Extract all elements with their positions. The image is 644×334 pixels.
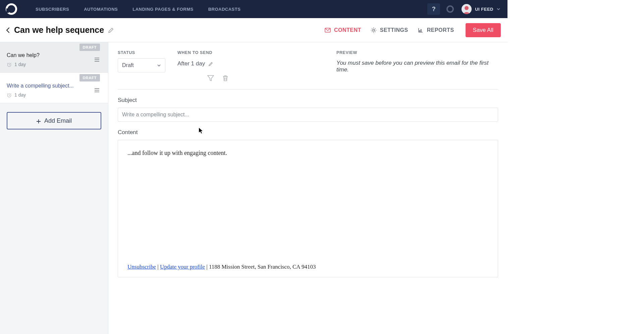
svg-rect-8 <box>421 29 422 32</box>
alarm-icon <box>7 93 12 98</box>
add-email-button[interactable]: Add Email <box>7 112 101 129</box>
status-value: Draft <box>122 62 134 68</box>
email-title: Can we help? <box>7 52 101 58</box>
svg-point-2 <box>447 6 453 12</box>
gear-icon <box>371 27 377 33</box>
avatar <box>462 4 472 14</box>
footer-address: 1188 Mission Street, San Francisco, CA 9… <box>209 264 316 270</box>
tab-settings-label: SETTINGS <box>380 27 408 33</box>
subject-input[interactable] <box>118 108 498 122</box>
when-label: WHEN TO SEND <box>177 50 336 55</box>
tab-content-label: CONTENT <box>334 27 361 33</box>
subject-label: Subject <box>118 97 498 104</box>
svg-point-4 <box>465 6 469 10</box>
user-label: UI FEED <box>475 7 493 12</box>
tab-reports-label: REPORTS <box>427 27 454 33</box>
plus-icon <box>36 118 41 123</box>
tab-settings[interactable]: SETTINGS <box>371 27 408 33</box>
alarm-icon <box>7 62 12 67</box>
tab-content[interactable]: CONTENT <box>325 27 361 33</box>
preview-label: PREVIEW <box>336 50 498 55</box>
email-meta: 1 day <box>7 92 101 98</box>
nav-links: SUBSCRIBERS AUTOMATIONS LANDING PAGES & … <box>28 7 248 12</box>
subject-block: Subject <box>118 97 498 122</box>
topbar: SUBSCRIBERS AUTOMATIONS LANDING PAGES & … <box>0 0 507 18</box>
nav-subscribers[interactable]: SUBSCRIBERS <box>28 7 76 12</box>
envelope-icon <box>325 27 331 33</box>
content-editor[interactable]: ...and follow it up with engaging conten… <box>118 140 498 277</box>
chevron-down-icon <box>157 63 161 67</box>
user-menu[interactable]: UI FEED <box>462 4 503 14</box>
content-block: Content ...and follow it up with engagin… <box>118 129 498 277</box>
status-col: STATUS Draft <box>118 50 177 72</box>
content-label: Content <box>118 129 498 136</box>
chart-icon <box>418 27 424 33</box>
unsubscribe-link[interactable]: Unsubscribe <box>127 264 156 270</box>
main: DRAFT Can we help? 1 day DRAFT Write a c… <box>0 42 507 334</box>
filter-icon[interactable] <box>207 74 214 82</box>
svg-rect-7 <box>419 30 420 32</box>
logo[interactable] <box>5 2 18 16</box>
nav-broadcasts[interactable]: BROADCASTS <box>201 7 248 12</box>
when-col: WHEN TO SEND After 1 day <box>177 50 336 82</box>
email-card-1[interactable]: DRAFT Write a compelling subject... 1 da… <box>0 73 108 103</box>
preview-text: You must save before you can preview thi… <box>336 60 498 73</box>
save-all-button[interactable]: Save All <box>466 23 501 37</box>
email-delay: 1 day <box>14 92 26 98</box>
status-label: STATUS <box>118 50 177 55</box>
nav-landing-forms[interactable]: LANDING PAGES & FORMS <box>125 7 201 12</box>
email-menu-button[interactable] <box>94 87 100 95</box>
trash-icon[interactable] <box>222 74 229 82</box>
svg-point-6 <box>373 29 375 31</box>
tab-reports[interactable]: REPORTS <box>418 27 454 33</box>
when-value: After 1 day <box>177 60 205 67</box>
email-delay: 1 day <box>14 62 26 67</box>
status-badge: DRAFT <box>79 74 100 81</box>
edit-when-button[interactable] <box>208 61 213 66</box>
add-email-label: Add Email <box>44 117 72 124</box>
caret-down-icon <box>497 7 500 11</box>
email-list: DRAFT Can we help? 1 day DRAFT Write a c… <box>0 42 108 334</box>
when-value-row: After 1 day <box>177 60 336 67</box>
email-meta: 1 day <box>7 62 101 67</box>
subheader: Can we help sequence CONTENT SETTINGS <box>0 18 507 42</box>
content-footer: Unsubscribe | Update your profile | 1188… <box>127 264 488 270</box>
update-profile-link[interactable]: Update your profile <box>160 264 205 270</box>
svg-rect-1 <box>6 8 9 13</box>
nav-automations[interactable]: AUTOMATIONS <box>76 7 125 12</box>
editor: STATUS Draft WHEN TO SEND After 1 day <box>108 42 507 334</box>
rename-button[interactable] <box>108 27 114 33</box>
subtabs: CONTENT SETTINGS REPORTS <box>325 27 454 33</box>
email-card-0[interactable]: DRAFT Can we help? 1 day <box>0 42 108 73</box>
status-badge: DRAFT <box>79 44 100 51</box>
content-body[interactable]: ...and follow it up with engaging conten… <box>127 150 488 163</box>
config-row: STATUS Draft WHEN TO SEND After 1 day <box>118 50 498 90</box>
back-button[interactable] <box>5 27 11 34</box>
email-menu-button[interactable] <box>94 56 100 64</box>
status-select[interactable]: Draft <box>118 58 165 72</box>
status-ring-icon[interactable] <box>446 5 454 13</box>
preview-col: PREVIEW You must save before you can pre… <box>336 50 498 73</box>
help-button[interactable]: ? <box>427 3 440 15</box>
page-title: Can we help sequence <box>14 25 104 35</box>
email-title: Write a compelling subject... <box>7 83 101 89</box>
footer-sep2: | <box>205 264 209 270</box>
footer-sep1: | <box>156 264 160 270</box>
when-tool-icons <box>207 74 336 82</box>
